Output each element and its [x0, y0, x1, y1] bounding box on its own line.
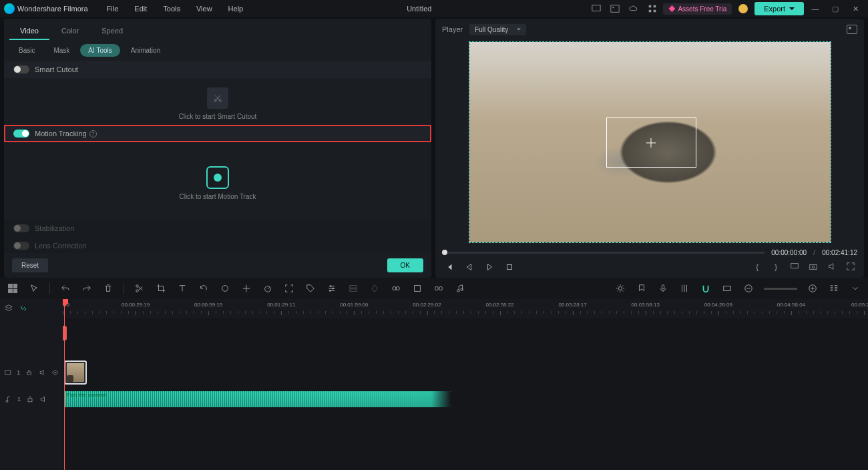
lock-icon[interactable]: [25, 369, 33, 377]
menu-view[interactable]: View: [190, 5, 219, 13]
rotate-icon[interactable]: [198, 282, 210, 294]
timeline-ruler[interactable]: 00:0000:00:29:1900:00:59:1500:01:29:1100…: [63, 299, 868, 318]
maximize-button[interactable]: ▢: [827, 5, 844, 13]
timecode-current: 00:00:00:00: [771, 249, 807, 256]
zoom-slider[interactable]: [764, 288, 797, 290]
timeline-body[interactable]: 00:0000:00:29:1900:00:59:1500:01:29:1100…: [63, 299, 868, 470]
audio-clip[interactable]: Feel the summer: [64, 391, 451, 407]
stabilization-toggle[interactable]: [13, 224, 29, 232]
prev-frame-button[interactable]: [442, 260, 457, 274]
minimize-button[interactable]: —: [807, 5, 824, 13]
tag-icon[interactable]: [304, 282, 316, 294]
mute-icon[interactable]: [39, 395, 47, 403]
subtab-ai-tools[interactable]: AI Tools: [80, 44, 120, 57]
chain-icon[interactable]: [433, 282, 445, 294]
export-button[interactable]: Export: [754, 2, 804, 15]
subtab-animation[interactable]: Animation: [123, 44, 168, 57]
crop-icon[interactable]: [155, 282, 167, 294]
group-icon[interactable]: [390, 282, 402, 294]
display-icon[interactable]: [788, 262, 801, 272]
subtab-mask[interactable]: Mask: [45, 44, 77, 57]
subtab-basic[interactable]: Basic: [11, 44, 43, 57]
volume-icon[interactable]: [825, 262, 839, 272]
quality-select[interactable]: Full Quality: [469, 24, 526, 35]
stop-button[interactable]: [502, 260, 517, 274]
mark-in-button[interactable]: {: [750, 263, 764, 271]
reset-button[interactable]: Reset: [12, 258, 48, 272]
playhead[interactable]: [64, 299, 65, 470]
menu-edit[interactable]: Edit: [128, 5, 154, 13]
mic-icon[interactable]: [657, 282, 669, 294]
frame-icon[interactable]: [721, 282, 733, 294]
timecode-total: 00:02:41:12: [822, 249, 857, 256]
video-clip[interactable]: [64, 361, 87, 385]
layout-icon[interactable]: [828, 282, 840, 294]
speed-icon[interactable]: [262, 282, 274, 294]
preview-viewport[interactable]: [469, 41, 831, 243]
image-icon[interactable]: [607, 3, 623, 15]
menu-help[interactable]: Help: [222, 5, 250, 13]
lock-icon[interactable]: [26, 395, 34, 403]
apps-icon[interactable]: [644, 3, 660, 15]
assets-trial-badge[interactable]: Assets Free Tria: [663, 3, 732, 15]
grid-tool-icon[interactable]: [7, 282, 19, 294]
tab-video[interactable]: Video: [9, 23, 49, 40]
redo-icon[interactable]: [81, 282, 93, 294]
render-icon[interactable]: [411, 282, 423, 294]
undo-icon[interactable]: [59, 282, 71, 294]
split-icon[interactable]: [134, 282, 146, 294]
text-icon[interactable]: [176, 282, 188, 294]
scrub-bar[interactable]: [442, 252, 765, 254]
marker-icon[interactable]: [636, 282, 648, 294]
music-icon[interactable]: [454, 282, 466, 294]
delete-icon[interactable]: [102, 282, 114, 294]
play-button[interactable]: [482, 260, 497, 274]
eye-icon[interactable]: [51, 369, 59, 377]
menu-file[interactable]: File: [100, 5, 126, 13]
mark-out-button[interactable]: }: [769, 263, 783, 271]
gear-icon[interactable]: [614, 282, 626, 294]
effects-icon[interactable]: [240, 282, 252, 294]
smart-cutout-toggle[interactable]: [13, 65, 29, 73]
mixer-icon[interactable]: [678, 282, 690, 294]
focus-icon[interactable]: [283, 282, 295, 294]
lens-correction-toggle[interactable]: [13, 242, 29, 250]
motion-track-box[interactable]: [606, 118, 696, 168]
account-icon[interactable]: [738, 4, 748, 13]
close-button[interactable]: ✕: [847, 5, 864, 13]
adjust-icon[interactable]: [326, 282, 338, 294]
color-icon[interactable]: [219, 282, 231, 294]
chevron-down-icon[interactable]: [849, 282, 861, 294]
camera-icon[interactable]: [807, 262, 820, 272]
smart-cutout-start[interactable]: Click to start Smart Cutout: [4, 82, 431, 125]
ok-button[interactable]: OK: [387, 258, 423, 272]
video-track-row[interactable]: [63, 359, 868, 386]
audio-track-row[interactable]: Feel the summer: [63, 386, 868, 413]
help-icon[interactable]: ?: [89, 130, 97, 138]
keyframe-icon[interactable]: [369, 282, 381, 294]
pointer-tool-icon[interactable]: [28, 282, 40, 294]
tab-color[interactable]: Color: [51, 23, 89, 40]
motion-track-start[interactable]: Click to start Motion Track: [4, 146, 431, 220]
cloud-icon[interactable]: [626, 3, 642, 15]
title-bar: Wondershare Filmora File Edit Tools View…: [0, 0, 868, 17]
mute-icon[interactable]: [39, 369, 46, 377]
motion-tracking-label: Motion Tracking: [35, 130, 87, 138]
menu-tools[interactable]: Tools: [156, 5, 187, 13]
link-icon[interactable]: [19, 304, 28, 313]
snapshot-icon[interactable]: [847, 25, 857, 34]
zoom-out-icon[interactable]: [742, 282, 754, 294]
tab-speed[interactable]: Speed: [91, 23, 134, 40]
fullscreen-icon[interactable]: [844, 262, 857, 272]
detach-icon[interactable]: [347, 282, 359, 294]
play-backward-button[interactable]: [462, 260, 477, 274]
snap-icon[interactable]: [700, 282, 712, 294]
layers-icon[interactable]: [4, 304, 13, 313]
motion-tracking-toggle[interactable]: [13, 130, 29, 138]
motion-track-icon: [206, 166, 229, 189]
timeline: 1 1 00:0000:00:29:1900:00:59:1500:01:29:…: [0, 299, 868, 470]
scrub-handle[interactable]: [442, 250, 447, 255]
screen-icon[interactable]: [588, 3, 604, 15]
zoom-in-icon[interactable]: [807, 282, 819, 294]
svg-rect-20: [350, 286, 357, 288]
